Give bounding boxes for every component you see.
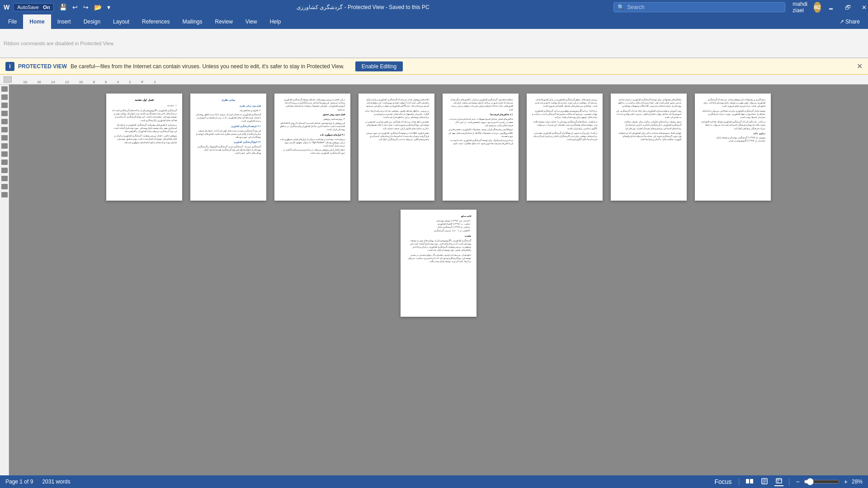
sidebar-icon xyxy=(1,160,8,165)
page-1-content: فصل اول: مقدمه ١. مقدمه گردشگری کشاورزی … xyxy=(106,94,182,150)
restore-button[interactable]: 🗗 xyxy=(841,0,854,14)
ruler: 18 16 14 12 10 8 6 4 2 ✕ 2 xyxy=(0,75,868,84)
read-mode-icon xyxy=(746,478,753,484)
document-page-8[interactable]: نتیجه‌گیری و پیشنهادات این پژوهش نشان می… xyxy=(695,94,771,201)
sidebar-icon xyxy=(1,86,8,92)
ruler-center-marker: ✕ xyxy=(139,80,145,84)
ruler-corner xyxy=(4,76,12,83)
word-count: 2031 words xyxy=(42,479,70,485)
page-5-content: مقایسه تطبیقی گردشگری کشاورزی در ایران ب… xyxy=(443,94,519,150)
svg-rect-0 xyxy=(746,479,749,483)
tab-view[interactable]: View xyxy=(239,14,264,29)
page-8-number: - xyxy=(732,197,733,199)
document-page-5[interactable]: مقایسه تطبیقی گردشگری کشاورزی در ایران ب… xyxy=(443,94,519,201)
zoom-out-button[interactable]: − xyxy=(795,478,801,485)
close-button[interactable]: ✕ xyxy=(858,0,868,14)
document-page-3[interactable]: در این فصل به بررسی روش‌های مختلف توسعه … xyxy=(274,94,350,201)
title-bar-left: W AutoSave On 💾 ↩ ↪ 📂 ▾ xyxy=(4,3,112,11)
document-page-9[interactable]: ادامه منابع - احمدی، س. (١٣٩٧). توسعه رو… xyxy=(401,210,476,317)
sidebar-icon xyxy=(1,184,8,189)
enable-editing-button[interactable]: Enable Editing xyxy=(355,61,403,71)
tab-layout[interactable]: Layout xyxy=(107,14,136,29)
search-container[interactable]: 🔍 xyxy=(613,2,785,12)
save-button[interactable]: 💾 xyxy=(57,4,69,11)
document-page-6[interactable]: بررسی نمونه‌های موفق گردشگری کشاورزی در … xyxy=(527,94,603,201)
svg-rect-6 xyxy=(776,479,782,483)
banner-message: Be careful—files from the Internet can c… xyxy=(71,63,344,70)
word-logo: W xyxy=(4,4,9,11)
status-right: Focus − + 28% xyxy=(713,478,863,486)
share-button[interactable]: ↗ Share xyxy=(833,14,866,29)
page-4-number: - xyxy=(396,197,396,199)
page-1-title: فصل اول: مقدمه xyxy=(112,98,177,102)
undo-button[interactable]: ↩ xyxy=(71,4,80,11)
page-6-number: - xyxy=(564,197,565,199)
tab-mailings[interactable]: Mailings xyxy=(176,14,208,29)
customize-quick-access-button[interactable]: ▾ xyxy=(105,4,112,11)
autosave-badge[interactable]: AutoSave On xyxy=(13,3,54,11)
document-page-2[interactable]: مبانی نظری فصل دوم: مبانی نظری ٢. تعاریف… xyxy=(190,94,266,201)
tab-design[interactable]: Design xyxy=(77,14,107,29)
title-bar: W AutoSave On 💾 ↩ ↪ 📂 ▾ گردشگری کشاورزی … xyxy=(0,0,868,14)
sidebar-icon xyxy=(1,135,8,141)
search-icon: 🔍 xyxy=(618,4,624,10)
page-9-number: - xyxy=(438,313,439,315)
avatar[interactable]: MZ xyxy=(814,2,821,13)
left-sidebar xyxy=(0,84,9,476)
page-9-content: ادامه منابع - احمدی، س. (١٣٩٧). توسعه رو… xyxy=(401,210,476,268)
document-page-7[interactable]: راهکارهای پیشنهادی برای توسعه گردشگری کش… xyxy=(611,94,687,201)
page-4-content: یافته‌های پژوهش نشان می‌دهد که گردشگری ک… xyxy=(359,94,434,146)
search-input[interactable] xyxy=(627,4,763,10)
page-7-content: راهکارهای پیشنهادی برای توسعه گردشگری کش… xyxy=(611,94,687,146)
print-view-button[interactable] xyxy=(760,478,769,486)
web-view-button[interactable] xyxy=(774,478,783,486)
sidebar-icon xyxy=(1,111,8,116)
status-divider xyxy=(739,478,739,485)
page-3-content: در این فصل به بررسی روش‌های مختلف توسعه … xyxy=(274,94,350,160)
zoom-in-button[interactable]: + xyxy=(843,478,849,485)
main-area: فصل اول: مقدمه ١. مقدمه گردشگری کشاورزی … xyxy=(0,84,868,476)
document-canvas[interactable]: فصل اول: مقدمه ١. مقدمه گردشگری کشاورزی … xyxy=(9,84,868,476)
minimize-button[interactable]: 🗕 xyxy=(825,0,838,14)
title-bar-right: 🔍 mahdi ziaei MZ 🗕 🗗 ✕ xyxy=(613,0,864,14)
protected-view-banner: i PROTECTED VIEW Be careful—files from t… xyxy=(0,58,868,75)
svg-rect-1 xyxy=(750,479,753,483)
sidebar-icon xyxy=(1,143,8,149)
page-5-number: - xyxy=(480,197,481,199)
sidebar-icon xyxy=(1,103,8,108)
status-divider-2 xyxy=(789,478,789,485)
ruler-content: 18 16 14 12 10 8 6 4 2 ✕ 2 xyxy=(13,75,157,84)
sidebar-icon xyxy=(1,119,8,124)
redo-button[interactable]: ↪ xyxy=(81,4,90,11)
open-button[interactable]: 📂 xyxy=(92,4,104,11)
document-page-1[interactable]: فصل اول: مقدمه ١. مقدمه گردشگری کشاورزی … xyxy=(106,94,182,201)
page-6-content: بررسی نمونه‌های موفق گردشگری کشاورزی در … xyxy=(527,94,603,146)
sidebar-icon xyxy=(1,151,8,157)
status-bar: Page 1 of 9 2031 words Focus − + 28% xyxy=(0,475,868,488)
page-2-title: مبانی نظری xyxy=(196,98,261,102)
read-view-button[interactable] xyxy=(745,478,755,486)
tab-review[interactable]: Review xyxy=(208,14,239,29)
tab-home[interactable]: Home xyxy=(23,14,51,29)
page-8-content: نتیجه‌گیری و پیشنهادات این پژوهش نشان می… xyxy=(695,94,771,148)
page-7-number: - xyxy=(648,197,649,199)
zoom-controls: − + 28% xyxy=(795,478,863,485)
user-name: mahdi ziaei xyxy=(793,1,811,14)
page-3-number: - xyxy=(312,197,312,199)
page-info: Page 1 of 9 xyxy=(5,479,33,485)
focus-button[interactable]: Focus xyxy=(713,478,733,485)
print-layout-icon xyxy=(761,478,768,484)
zoom-slider[interactable] xyxy=(804,478,840,485)
sidebar-icon xyxy=(1,127,8,132)
tab-file[interactable]: File xyxy=(2,14,23,29)
web-layout-icon xyxy=(776,478,782,484)
document-title: گردشگری کشاورزی - Protected View - Saved… xyxy=(112,4,613,10)
protected-shield-icon: i xyxy=(5,62,14,71)
ribbon-disabled-message: Ribbon commands are disabled in Protecte… xyxy=(4,41,113,46)
user-info: mahdi ziaei MZ xyxy=(793,1,821,14)
banner-close-button[interactable]: ✕ xyxy=(857,62,863,70)
tab-references[interactable]: References xyxy=(136,14,176,29)
tab-help[interactable]: Help xyxy=(264,14,288,29)
tab-insert[interactable]: Insert xyxy=(51,14,77,29)
document-page-4[interactable]: یافته‌های پژوهش نشان می‌دهد که گردشگری ک… xyxy=(359,94,434,201)
